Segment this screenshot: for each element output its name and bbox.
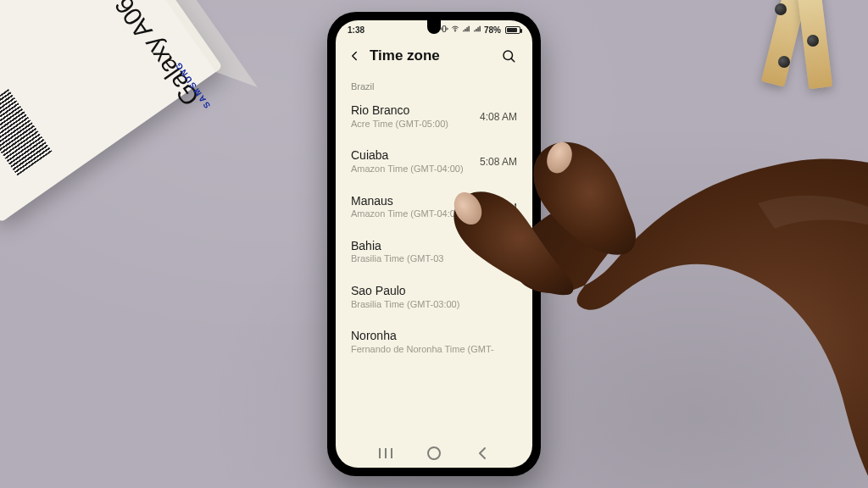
timezone-desc: Brasilia Time (GMT-03: [351, 253, 443, 265]
section-label: Brazil: [336, 78, 532, 95]
battery-icon: [505, 26, 520, 34]
svg-point-7: [428, 447, 440, 459]
signal-icon: [473, 25, 481, 35]
battery-pct-label: 78%: [484, 25, 501, 35]
timezone-city: Noronha: [351, 329, 494, 344]
signal-icon: [462, 25, 470, 35]
page-title: Time zone: [370, 47, 440, 64]
phone-frame: 1:38 78%: [327, 12, 541, 476]
wifi-icon: [451, 25, 459, 35]
timezone-time: 4:08 AM: [480, 103, 517, 123]
vibrate-icon: [440, 25, 448, 35]
timezone-item[interactable]: NoronhaFernando de Noronha Time (GMT-: [336, 320, 532, 365]
timezone-time: 5:08 AM: [480, 148, 517, 168]
wooden-clamp: [749, 0, 868, 90]
home-icon: [424, 443, 444, 463]
timezone-item[interactable]: ManausAmazon Time (GMT-04:00)5:08 AM: [336, 186, 532, 230]
timezone-city: Cuiaba: [351, 148, 464, 164]
timezone-item[interactable]: Sao PauloBrasilia Time (GMT-03:00): [336, 275, 532, 320]
timezone-list[interactable]: Rio BrancoAcre Time (GMT-05:00)4:08 AMCu…: [336, 95, 532, 366]
phone-screen: 1:38 78%: [336, 20, 532, 468]
home-button[interactable]: [424, 443, 444, 463]
search-icon: [501, 48, 516, 64]
recents-icon: [376, 443, 396, 463]
timezone-city: Manaus: [351, 194, 464, 209]
timezone-city: Sao Paulo: [351, 284, 459, 299]
app-header: Time zone: [336, 39, 532, 78]
notch: [427, 20, 441, 34]
timezone-item[interactable]: Rio BrancoAcre Time (GMT-05:00)4:08 AM: [336, 95, 532, 140]
timezone-desc: Amazon Time (GMT-04:00): [351, 208, 464, 220]
chevron-left-icon: [347, 48, 362, 64]
timezone-desc: Fernando de Noronha Time (GMT-: [351, 344, 494, 356]
nav-bar: [336, 439, 532, 468]
search-button[interactable]: [495, 42, 522, 69]
timezone-city: Rio Branco: [351, 103, 448, 119]
timezone-desc: Amazon Time (GMT-04:00): [351, 164, 464, 175]
chevron-left-icon: [472, 443, 492, 463]
status-clock: 1:38: [348, 25, 364, 35]
timezone-city: Bahia: [351, 239, 443, 254]
back-nav-button[interactable]: [472, 443, 492, 463]
timezone-desc: Brasilia Time (GMT-03:00): [351, 299, 459, 311]
svg-rect-0: [442, 26, 445, 32]
timezone-desc: Acre Time (GMT-05:00): [351, 119, 448, 130]
svg-point-1: [454, 30, 455, 31]
recents-button[interactable]: [376, 443, 396, 463]
box-barcode: [0, 89, 52, 175]
timezone-item[interactable]: CuiabaAmazon Time (GMT-04:00)5:08 AM: [336, 140, 532, 185]
back-button[interactable]: [341, 42, 368, 69]
timezone-time: 5:08 AM: [480, 194, 517, 214]
timezone-item[interactable]: BahiaBrasilia Time (GMT-03: [336, 230, 532, 275]
svg-line-3: [511, 58, 515, 62]
status-right: 78%: [440, 25, 520, 35]
